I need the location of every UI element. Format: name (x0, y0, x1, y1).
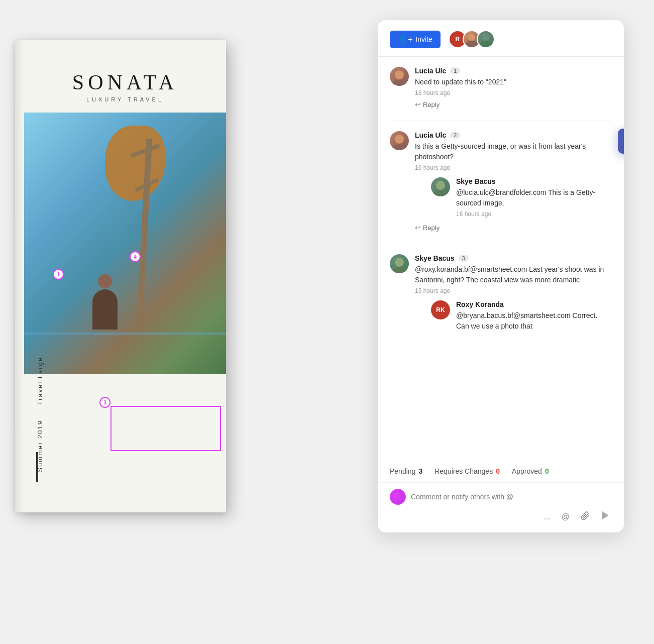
comment-badge-3: 3 (459, 255, 469, 262)
dots-icon: ... (543, 512, 550, 521)
mention-button[interactable]: @ (560, 510, 572, 523)
annotation-pin-1[interactable]: 1 (53, 269, 64, 280)
comment-header-row-2-reply: Skye Bacus (456, 177, 612, 185)
svg-point-9 (433, 190, 448, 196)
nested-reply-2: Skye Bacus @lucia.ulc@brandfolder.com Th… (423, 177, 612, 222)
svg-point-8 (436, 181, 445, 190)
avatar-skye-reply (431, 177, 450, 196)
svg-point-2 (482, 34, 489, 41)
reply-button-1[interactable]: ↩ Reply (415, 100, 440, 109)
comment-thread-3: Skye Bacus 3 @roxy.koranda.bf@smartsheet… (390, 244, 612, 348)
status-approved: Approved 0 (512, 467, 549, 475)
avatar-lucia-2 (390, 131, 409, 150)
svg-point-5 (392, 80, 406, 86)
book-image (24, 113, 226, 374)
invite-icon: 👤+ (398, 35, 412, 44)
status-bar: Pending 3 Requires Changes 0 Approved 0 (378, 460, 624, 482)
comment-item-2: Lucia Ulc 2 Is this a Getty-sourced imag… (390, 131, 612, 232)
comment-body-1: Lucia Ulc 1 Need to update this to "2021… (415, 67, 612, 109)
comment-item-1: Lucia Ulc 1 Need to update this to "2021… (390, 67, 612, 109)
reply-arrow-icon-2: ↩ (415, 224, 421, 232)
comment-author-2: Lucia Ulc (415, 131, 446, 139)
comment-input[interactable] (411, 489, 612, 505)
comment-header-row-1: Lucia Ulc 1 (415, 67, 612, 75)
nested-reply-3: RK Roxy Koranda @bryana.bacus.bf@smartsh… (423, 300, 612, 334)
book-spine (15, 40, 24, 512)
svg-point-0 (468, 34, 475, 41)
book-title-sub: LUXURY TRAVEL (44, 96, 206, 102)
comment-panel: 👤+ Invite R (378, 20, 624, 532)
annotation-pin-3[interactable]: 3 (99, 397, 111, 408)
avatar-lucia-1 (390, 67, 409, 86)
send-button[interactable] (599, 509, 612, 524)
comment-input-row (390, 489, 612, 505)
vertical-text-travel: Travel Large (36, 357, 44, 405)
comment-time-skye-reply: 16 hours ago (456, 210, 612, 218)
water-line (24, 333, 226, 335)
attach-icon (581, 513, 590, 522)
comment-header-row-2: Lucia Ulc 2 (415, 131, 612, 139)
at-icon: @ (562, 512, 570, 521)
avatar-2 (477, 30, 495, 48)
svg-point-7 (392, 144, 406, 150)
input-user-avatar (390, 489, 406, 505)
more-options-button[interactable]: ... (541, 510, 552, 523)
comment-item-2-reply: Skye Bacus @lucia.ulc@brandfolder.com Th… (431, 177, 612, 222)
svg-point-10 (395, 258, 404, 267)
avatar-rk: RK (431, 300, 450, 319)
comment-time-1: 16 hours ago (415, 89, 612, 96)
approved-count: 0 (545, 467, 549, 475)
comment-badge-2: 2 (450, 132, 460, 139)
pending-count: 3 (418, 467, 422, 475)
pending-label: Pending (390, 467, 415, 475)
svg-point-3 (480, 41, 491, 48)
person-water (85, 274, 125, 335)
send-icon (601, 512, 610, 522)
book-bar (36, 452, 38, 482)
comment-input-area: ... @ (378, 482, 624, 532)
comment-author-rk: Roxy Koranda (456, 300, 504, 308)
input-toolbar: ... @ (390, 505, 612, 524)
avatar-group: R (449, 30, 495, 48)
requires-changes-label: Requires Changes (434, 467, 493, 475)
status-pending: Pending 3 (390, 467, 422, 475)
svg-point-6 (395, 135, 404, 144)
comment-author-1: Lucia Ulc (415, 67, 446, 75)
svg-point-1 (466, 41, 477, 48)
comment-badge-1: 1 (450, 67, 460, 74)
svg-point-11 (392, 267, 406, 273)
svg-point-4 (395, 70, 404, 79)
comment-text-3: @roxy.koranda.bf@smartsheet.com Last yea… (415, 264, 612, 285)
comment-body-3-reply: Roxy Koranda @bryana.bacus.bf@smartsheet… (456, 300, 612, 334)
annotation-pin-4[interactable]: 4 (130, 251, 141, 262)
comment-body-2-reply: Skye Bacus @lucia.ulc@brandfolder.com Th… (456, 177, 612, 222)
comment-time-2: 16 hours ago (415, 164, 612, 171)
send-to-brandfolder-button[interactable]: Send to Brandfolder (618, 129, 624, 154)
svg-marker-12 (603, 512, 608, 519)
avatar-skye-3 (390, 254, 409, 273)
reply-arrow-icon-1: ↩ (415, 100, 421, 109)
comment-body-3: Skye Bacus 3 @roxy.koranda.bf@smartsheet… (415, 254, 612, 336)
invite-button[interactable]: 👤+ Invite (390, 31, 441, 48)
comment-text-2: Is this a Getty-sourced image, or was it… (415, 141, 612, 162)
book-title-main: SONATA (44, 70, 206, 94)
comment-author-3: Skye Bacus (415, 254, 455, 262)
panel-header: 👤+ Invite R (378, 20, 624, 57)
comments-area[interactable]: Lucia Ulc 1 Need to update this to "2021… (378, 57, 624, 460)
comment-time-3: 15 hours ago (415, 287, 612, 294)
comment-thread-1: Lucia Ulc 1 Need to update this to "2021… (390, 57, 612, 121)
approved-label: Approved (512, 467, 542, 475)
comment-header-row-3-reply: Roxy Koranda (456, 300, 612, 308)
status-requires-changes: Requires Changes 0 (434, 467, 500, 475)
annotation-rect (111, 406, 221, 451)
attach-button[interactable] (579, 509, 592, 524)
reply-button-2[interactable]: ↩ Reply (415, 224, 440, 232)
comment-item-3-reply: RK Roxy Koranda @bryana.bacus.bf@smartsh… (431, 300, 612, 334)
comment-thread-2: Lucia Ulc 2 Is this a Getty-sourced imag… (390, 121, 612, 244)
comment-item-3: Skye Bacus 3 @roxy.koranda.bf@smartsheet… (390, 254, 612, 336)
requires-changes-count: 0 (496, 467, 500, 475)
comment-text-rk: @bryana.bacus.bf@smartsheet.com Correct.… (456, 310, 612, 332)
book-title-area: SONATA LUXURY TRAVEL (24, 40, 226, 113)
comment-author-skye: Skye Bacus (456, 177, 496, 185)
comment-text-skye-reply: @lucia.ulc@brandfolder.com This is a Get… (456, 187, 612, 208)
